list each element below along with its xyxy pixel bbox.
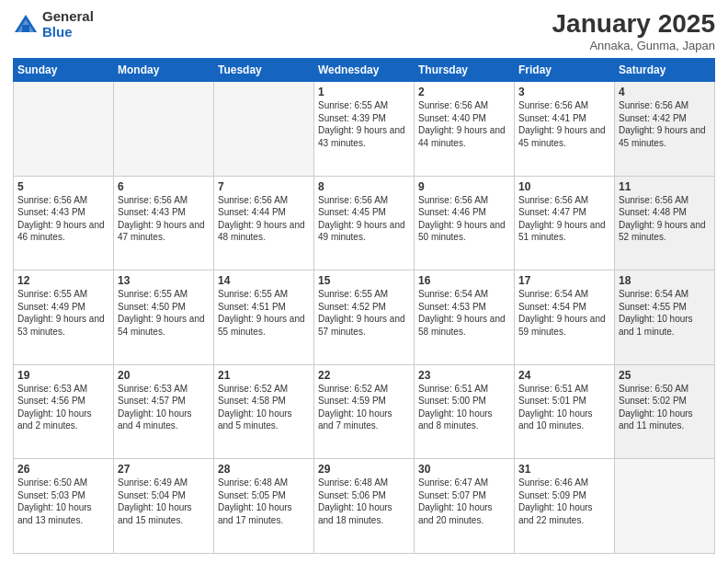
logo-blue: Blue <box>42 25 94 40</box>
day-info: Sunrise: 6:56 AMSunset: 4:42 PMDaylight:… <box>619 99 711 149</box>
weekday-friday: Friday <box>515 59 615 82</box>
day-number: 27 <box>118 463 210 476</box>
day-number: 28 <box>218 463 310 476</box>
logo: General Blue <box>13 9 94 40</box>
weekday-tuesday: Tuesday <box>214 59 314 82</box>
day-number: 18 <box>619 274 711 287</box>
day-info: Sunrise: 6:56 AMSunset: 4:44 PMDaylight:… <box>218 194 310 244</box>
calendar-cell: 6Sunrise: 6:56 AMSunset: 4:43 PMDaylight… <box>114 176 214 270</box>
day-info: Sunrise: 6:54 AMSunset: 4:54 PMDaylight:… <box>518 288 610 338</box>
calendar-cell: 30Sunrise: 6:47 AMSunset: 5:07 PMDayligh… <box>415 459 515 554</box>
calendar-cell: 24Sunrise: 6:51 AMSunset: 5:01 PMDayligh… <box>515 364 615 459</box>
day-number: 7 <box>218 180 310 193</box>
day-number: 2 <box>418 86 510 98</box>
calendar-cell: 27Sunrise: 6:49 AMSunset: 5:04 PMDayligh… <box>114 459 214 554</box>
weekday-header-row: SundayMondayTuesdayWednesdayThursdayFrid… <box>14 59 715 82</box>
day-number: 1 <box>318 86 410 98</box>
day-info: Sunrise: 6:52 AMSunset: 4:59 PMDaylight:… <box>318 383 410 432</box>
day-number: 24 <box>518 369 610 382</box>
day-info: Sunrise: 6:56 AMSunset: 4:48 PMDaylight:… <box>619 194 711 244</box>
day-info: Sunrise: 6:56 AMSunset: 4:47 PMDaylight:… <box>518 194 610 244</box>
calendar-cell: 14Sunrise: 6:55 AMSunset: 4:51 PMDayligh… <box>214 270 314 365</box>
day-number: 14 <box>218 274 310 287</box>
month-title: January 2025 <box>552 9 715 39</box>
day-info: Sunrise: 6:50 AMSunset: 5:02 PMDaylight:… <box>619 383 711 432</box>
day-info: Sunrise: 6:51 AMSunset: 5:01 PMDaylight:… <box>518 383 610 432</box>
calendar-cell <box>114 82 214 177</box>
weekday-wednesday: Wednesday <box>314 59 415 82</box>
week-row-3: 12Sunrise: 6:55 AMSunset: 4:49 PMDayligh… <box>14 270 715 365</box>
day-number: 10 <box>518 180 610 193</box>
day-info: Sunrise: 6:49 AMSunset: 5:04 PMDaylight:… <box>118 477 210 526</box>
calendar-cell <box>14 82 114 177</box>
logo-icon <box>13 12 39 38</box>
day-info: Sunrise: 6:47 AMSunset: 5:07 PMDaylight:… <box>418 477 510 526</box>
header: General Blue January 2025 Annaka, Gunma,… <box>13 9 715 52</box>
day-number: 30 <box>418 463 510 476</box>
calendar-cell: 12Sunrise: 6:55 AMSunset: 4:49 PMDayligh… <box>14 270 114 365</box>
day-number: 17 <box>518 274 610 287</box>
calendar-cell: 1Sunrise: 6:55 AMSunset: 4:39 PMDaylight… <box>314 82 415 177</box>
day-info: Sunrise: 6:56 AMSunset: 4:40 PMDaylight:… <box>418 99 510 149</box>
week-row-2: 5Sunrise: 6:56 AMSunset: 4:43 PMDaylight… <box>14 176 715 270</box>
day-info: Sunrise: 6:56 AMSunset: 4:43 PMDaylight:… <box>118 194 210 244</box>
calendar-cell: 22Sunrise: 6:52 AMSunset: 4:59 PMDayligh… <box>314 364 415 459</box>
week-row-4: 19Sunrise: 6:53 AMSunset: 4:56 PMDayligh… <box>14 364 715 459</box>
logo-general: General <box>42 9 94 25</box>
calendar-cell: 13Sunrise: 6:55 AMSunset: 4:50 PMDayligh… <box>114 270 214 365</box>
calendar-cell: 25Sunrise: 6:50 AMSunset: 5:02 PMDayligh… <box>615 364 715 459</box>
calendar-cell: 31Sunrise: 6:46 AMSunset: 5:09 PMDayligh… <box>515 459 615 554</box>
calendar-cell: 4Sunrise: 6:56 AMSunset: 4:42 PMDaylight… <box>615 82 715 177</box>
day-info: Sunrise: 6:56 AMSunset: 4:45 PMDaylight:… <box>318 194 410 244</box>
day-info: Sunrise: 6:48 AMSunset: 5:05 PMDaylight:… <box>218 477 310 526</box>
day-info: Sunrise: 6:53 AMSunset: 4:56 PMDaylight:… <box>17 383 109 432</box>
day-info: Sunrise: 6:52 AMSunset: 4:58 PMDaylight:… <box>218 383 310 432</box>
weekday-saturday: Saturday <box>615 59 715 82</box>
calendar-cell: 9Sunrise: 6:56 AMSunset: 4:46 PMDaylight… <box>415 176 515 270</box>
calendar-cell: 18Sunrise: 6:54 AMSunset: 4:55 PMDayligh… <box>615 270 715 365</box>
day-info: Sunrise: 6:46 AMSunset: 5:09 PMDaylight:… <box>518 477 610 526</box>
day-number: 25 <box>619 369 711 382</box>
day-info: Sunrise: 6:55 AMSunset: 4:49 PMDaylight:… <box>17 288 109 338</box>
day-info: Sunrise: 6:55 AMSunset: 4:50 PMDaylight:… <box>118 288 210 338</box>
day-number: 13 <box>118 274 210 287</box>
day-info: Sunrise: 6:50 AMSunset: 5:03 PMDaylight:… <box>17 477 109 526</box>
day-info: Sunrise: 6:55 AMSunset: 4:39 PMDaylight:… <box>318 99 410 149</box>
calendar-cell: 21Sunrise: 6:52 AMSunset: 4:58 PMDayligh… <box>214 364 314 459</box>
day-info: Sunrise: 6:53 AMSunset: 4:57 PMDaylight:… <box>118 383 210 432</box>
location: Annaka, Gunma, Japan <box>552 39 715 52</box>
calendar-cell <box>615 459 715 554</box>
calendar-cell: 23Sunrise: 6:51 AMSunset: 5:00 PMDayligh… <box>415 364 515 459</box>
weekday-monday: Monday <box>114 59 214 82</box>
day-number: 23 <box>418 369 510 382</box>
day-number: 12 <box>17 274 109 287</box>
calendar-cell: 5Sunrise: 6:56 AMSunset: 4:43 PMDaylight… <box>14 176 114 270</box>
day-number: 6 <box>118 180 210 193</box>
week-row-1: 1Sunrise: 6:55 AMSunset: 4:39 PMDaylight… <box>14 82 715 177</box>
calendar: SundayMondayTuesdayWednesdayThursdayFrid… <box>13 58 715 554</box>
day-info: Sunrise: 6:56 AMSunset: 4:43 PMDaylight:… <box>17 194 109 244</box>
day-info: Sunrise: 6:55 AMSunset: 4:51 PMDaylight:… <box>218 288 310 338</box>
day-number: 16 <box>418 274 510 287</box>
calendar-cell: 26Sunrise: 6:50 AMSunset: 5:03 PMDayligh… <box>14 459 114 554</box>
svg-rect-2 <box>22 25 29 32</box>
calendar-cell: 3Sunrise: 6:56 AMSunset: 4:41 PMDaylight… <box>515 82 615 177</box>
calendar-cell: 7Sunrise: 6:56 AMSunset: 4:44 PMDaylight… <box>214 176 314 270</box>
weekday-thursday: Thursday <box>415 59 515 82</box>
day-number: 4 <box>619 86 711 98</box>
day-number: 19 <box>17 369 109 382</box>
calendar-cell: 29Sunrise: 6:48 AMSunset: 5:06 PMDayligh… <box>314 459 415 554</box>
day-number: 29 <box>318 463 410 476</box>
calendar-cell: 10Sunrise: 6:56 AMSunset: 4:47 PMDayligh… <box>515 176 615 270</box>
calendar-cell: 16Sunrise: 6:54 AMSunset: 4:53 PMDayligh… <box>415 270 515 365</box>
day-info: Sunrise: 6:56 AMSunset: 4:46 PMDaylight:… <box>418 194 510 244</box>
week-row-5: 26Sunrise: 6:50 AMSunset: 5:03 PMDayligh… <box>14 459 715 554</box>
day-number: 22 <box>318 369 410 382</box>
title-block: January 2025 Annaka, Gunma, Japan <box>552 9 715 52</box>
day-number: 5 <box>17 180 109 193</box>
calendar-cell: 2Sunrise: 6:56 AMSunset: 4:40 PMDaylight… <box>415 82 515 177</box>
day-info: Sunrise: 6:54 AMSunset: 4:55 PMDaylight:… <box>619 288 711 338</box>
calendar-cell: 17Sunrise: 6:54 AMSunset: 4:54 PMDayligh… <box>515 270 615 365</box>
calendar-cell: 28Sunrise: 6:48 AMSunset: 5:05 PMDayligh… <box>214 459 314 554</box>
day-number: 20 <box>118 369 210 382</box>
